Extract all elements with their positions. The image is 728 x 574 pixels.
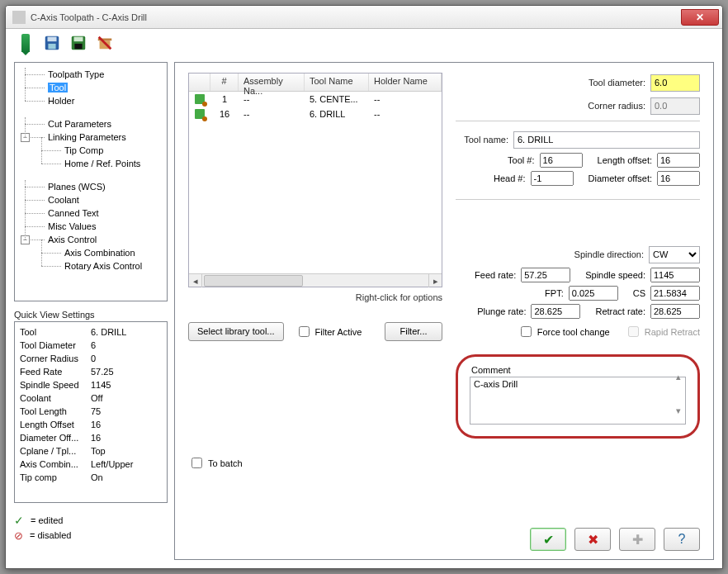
close-button[interactable]: ✕	[681, 9, 719, 26]
disabled-icon: ⊘	[14, 529, 23, 542]
tree-planes[interactable]: Planes (WCS)	[18, 180, 163, 193]
collapse-icon[interactable]: −	[21, 235, 30, 244]
save-icon[interactable]	[42, 33, 62, 53]
tool-row-icon	[189, 109, 210, 119]
retract-rate-input	[650, 304, 700, 319]
nav-tree[interactable]: Toolpath Type Tool Holder Cut Parameters…	[14, 62, 168, 301]
tool-number-input[interactable]	[540, 153, 583, 168]
tool-row-icon	[189, 94, 210, 104]
cancel-button[interactable]: ✖	[574, 528, 611, 551]
comment-group: Comment C-axis Drill ▴▾	[456, 354, 700, 439]
delete-icon[interactable]	[95, 33, 115, 53]
table-row[interactable]: 16 -- 6. DRILL --	[189, 107, 442, 121]
spindle-speed-input[interactable]	[650, 268, 700, 282]
tool-name-input[interactable]	[513, 131, 700, 149]
toolbar	[6, 29, 722, 57]
check-icon: ✓	[14, 514, 24, 527]
horizontal-scrollbar[interactable]: ◂ ▸	[189, 273, 442, 287]
tree-tip-comp[interactable]: Tip Comp	[18, 144, 163, 157]
corner-radius-input	[650, 97, 700, 115]
ok-button[interactable]: ✔	[530, 528, 566, 551]
dialog-window: C-Axis Toolpath - C-Axis Drill ✕ Toolpat…	[5, 5, 723, 569]
save-alt-icon[interactable]	[69, 33, 88, 53]
comment-label: Comment	[471, 365, 686, 375]
legend: ✓= edited ⊘= disabled	[14, 513, 168, 543]
spindle-direction-select[interactable]: CW	[649, 246, 700, 263]
quick-view-title: Quick View Settings	[14, 310, 168, 320]
tree-home-ref[interactable]: Home / Ref. Points	[18, 157, 163, 170]
scroll-left-icon[interactable]: ◂	[189, 274, 202, 287]
help-button[interactable]: ?	[664, 528, 700, 551]
filter-button[interactable]: Filter...	[385, 322, 442, 341]
length-offset-input[interactable]	[657, 153, 700, 168]
svg-rect-5	[74, 44, 82, 49]
select-library-tool-button[interactable]: Select library tool...	[188, 322, 284, 341]
tree-axis-control[interactable]: −Axis Control	[18, 233, 163, 246]
tool-icon[interactable]	[16, 33, 35, 53]
svg-rect-1	[48, 37, 57, 42]
titlebar: C-Axis Toolpath - C-Axis Drill ✕	[6, 6, 722, 29]
add-button[interactable]: ✚	[619, 528, 655, 551]
tree-toolpath-type[interactable]: Toolpath Type	[18, 68, 163, 81]
tree-coolant[interactable]: Coolant	[18, 193, 163, 206]
filter-active-checkbox[interactable]: Filter Active	[295, 324, 362, 339]
svg-rect-4	[74, 37, 83, 42]
table-row[interactable]: 1 -- 5. CENTE... --	[189, 92, 442, 107]
grid-hint: Right-click for options	[188, 292, 442, 302]
tree-cut-parameters[interactable]: Cut Parameters	[18, 117, 163, 130]
tree-tool[interactable]: Tool	[18, 81, 163, 94]
head-number-input[interactable]	[531, 171, 574, 186]
force-tool-change-checkbox[interactable]: Force tool change	[518, 324, 610, 339]
tool-diameter-input[interactable]	[650, 74, 700, 92]
tree-canned-text[interactable]: Canned Text	[18, 206, 163, 220]
to-batch-checkbox[interactable]: To batch	[188, 455, 700, 471]
quick-view-panel: Tool6. DRILL Tool Diameter6 Corner Radiu…	[14, 321, 168, 503]
scroll-down-icon[interactable]: ▾	[676, 406, 681, 416]
tree-linking-parameters[interactable]: −Linking Parameters	[18, 130, 163, 144]
grid-header: # Assembly Na... Tool Name Holder Name	[189, 74, 442, 92]
scroll-right-icon[interactable]: ▸	[428, 274, 442, 287]
cs-input[interactable]	[650, 286, 700, 301]
svg-rect-2	[48, 44, 55, 49]
app-icon	[12, 11, 26, 24]
tool-parameters: Tool diameter: Corner radius: Tool name:…	[447, 73, 700, 439]
main-panel: # Assembly Na... Tool Name Holder Name 1…	[174, 62, 714, 560]
fpt-input[interactable]	[569, 286, 618, 301]
diameter-offset-input	[657, 171, 700, 186]
scroll-up-icon[interactable]: ▴	[676, 372, 681, 382]
collapse-icon[interactable]: −	[21, 133, 30, 142]
tree-holder[interactable]: Holder	[18, 94, 163, 107]
rapid-retract-checkbox: Rapid Retract	[625, 324, 700, 339]
dialog-buttons: ✔ ✖ ✚ ?	[530, 528, 700, 551]
tree-misc-values[interactable]: Misc Values	[18, 220, 163, 233]
tree-axis-combination[interactable]: Axis Combination	[18, 246, 163, 259]
tree-rotary-axis[interactable]: Rotary Axis Control	[18, 259, 163, 273]
window-title: C-Axis Toolpath - C-Axis Drill	[31, 12, 681, 22]
comment-textarea[interactable]: C-axis Drill	[470, 377, 686, 425]
feed-rate-input[interactable]	[521, 268, 570, 282]
plunge-rate-input	[531, 304, 580, 319]
tool-list-grid[interactable]: # Assembly Na... Tool Name Holder Name 1…	[188, 73, 442, 287]
scroll-thumb[interactable]	[204, 275, 303, 287]
